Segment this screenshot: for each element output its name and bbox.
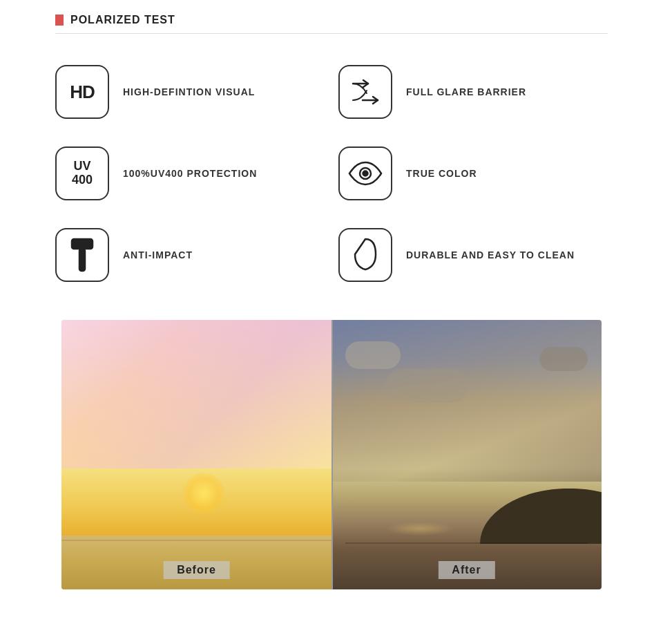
comparison-container: Before After (61, 320, 602, 589)
sun-glow-before (183, 473, 224, 514)
feature-impact: ANTI-IMPACT (55, 218, 325, 292)
feature-glare: FULL GLARE BARRIER (338, 55, 608, 129)
hd-label: HIGH-DEFINTION VISUAL (123, 86, 255, 97)
section-header: POLARIZED TEST (55, 14, 608, 34)
uv-label: 100%UV400 PROTECTION (123, 168, 257, 179)
header-bar-accent (55, 15, 64, 26)
drop-icon (351, 236, 380, 274)
svg-rect-4 (72, 239, 93, 249)
after-label: After (438, 561, 494, 579)
before-clouds (61, 320, 332, 468)
after-panel: After (332, 320, 602, 589)
horizon-glow (385, 522, 454, 536)
hd-icon-box: HD (55, 65, 109, 119)
color-label: TRUE COLOR (406, 168, 477, 179)
cloud-3 (539, 347, 588, 371)
after-waterline (345, 542, 588, 544)
page-container: POLARIZED TEST HD HIGH-DEFINTION VISUAL (0, 0, 663, 603)
hammer-icon (66, 236, 98, 274)
before-panel: Before (61, 320, 332, 589)
cloud-1 (345, 341, 401, 369)
hd-icon: HD (70, 82, 95, 103)
glare-label: FULL GLARE BARRIER (406, 86, 526, 97)
impact-label: ANTI-IMPACT (123, 249, 193, 261)
comparison-divider (332, 320, 333, 589)
feature-uv: UV400 100%UV400 PROTECTION (55, 136, 325, 211)
eye-icon-box (338, 146, 392, 200)
feature-clean: DURABLE AND EASY TO CLEAN (338, 218, 608, 292)
drop-icon-box (338, 228, 392, 282)
eye-icon (347, 160, 384, 187)
before-waterline (61, 540, 332, 541)
glare-icon-box (338, 65, 392, 119)
feature-color: TRUE COLOR (338, 136, 608, 211)
svg-rect-5 (79, 249, 85, 271)
section-title: POLARIZED TEST (70, 14, 175, 26)
clean-label: DURABLE AND EASY TO CLEAN (406, 249, 575, 261)
uv-icon: UV400 (72, 160, 93, 187)
shuffle-icon (347, 74, 383, 110)
hammer-icon-box (55, 228, 109, 282)
island-silhouette (439, 489, 602, 544)
feature-hd: HD HIGH-DEFINTION VISUAL (55, 55, 325, 129)
uv-icon-box: UV400 (55, 146, 109, 200)
features-grid: HD HIGH-DEFINTION VISUAL (55, 55, 608, 292)
before-label: Before (163, 561, 230, 579)
svg-point-3 (363, 171, 368, 176)
cloud-2 (385, 368, 468, 403)
